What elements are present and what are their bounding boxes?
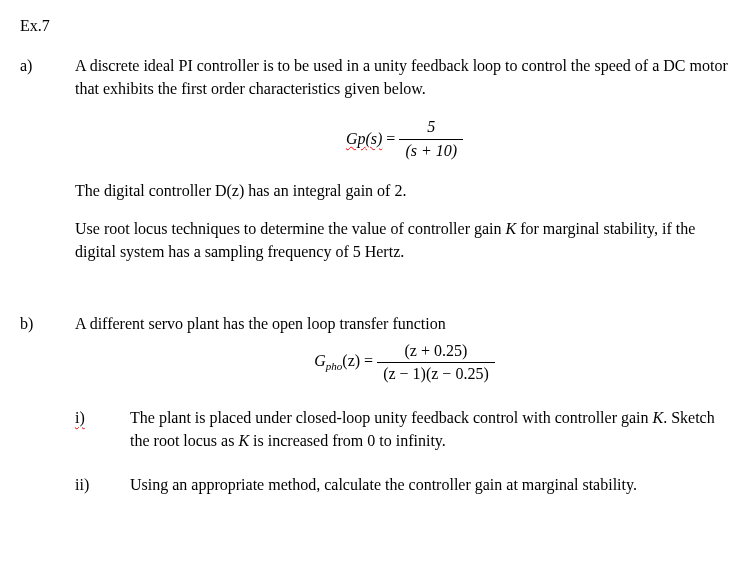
eq-sign: = <box>382 130 395 147</box>
eqb-G: G <box>314 352 326 369</box>
part-a-equation: Gp(s) = 5 (s + 10) <box>75 116 734 162</box>
eq-gp: Gp <box>346 130 366 147</box>
exercise-header: Ex.7 <box>20 15 734 37</box>
part-b-label: b) <box>20 313 75 518</box>
part-b-equation: Gpho(z) = (z + 0.25) (z − 1)(z − 0.25) <box>75 340 734 386</box>
part-a-line3: Use root locus techniques to determine t… <box>75 218 734 263</box>
part-a-content: A discrete ideal PI controller is to be … <box>75 55 734 303</box>
bi-pre: The plant is placed under closed-loop un… <box>130 409 653 426</box>
part-a-label: a) <box>20 55 75 303</box>
bi-K2: K <box>238 432 249 449</box>
part-b-intro: A different servo plant has the open loo… <box>75 313 734 335</box>
eq-s: (s) <box>365 130 382 147</box>
part-b-i: i) The plant is placed under closed-loop… <box>75 407 734 452</box>
part-b-i-text: The plant is placed under closed-loop un… <box>130 407 734 452</box>
part-a-line3-K: K <box>506 220 517 237</box>
part-b-i-label: i) <box>75 407 130 452</box>
bi-K1: K <box>653 409 664 426</box>
eqb-arg: (z) = <box>342 352 373 369</box>
part-a: a) A discrete ideal PI controller is to … <box>20 55 734 303</box>
eq-num: 5 <box>399 116 463 139</box>
eqb-num: (z + 0.25) <box>377 340 495 363</box>
eq-den: (s + 10) <box>399 140 463 162</box>
part-b: b) A different servo plant has the open … <box>20 313 734 518</box>
part-b-content: A different servo plant has the open loo… <box>75 313 734 518</box>
part-a-line3-pre: Use root locus techniques to determine t… <box>75 220 506 237</box>
bi-post: is increased from 0 to infinity. <box>249 432 446 449</box>
part-b-ii: ii) Using an appropriate method, calcula… <box>75 474 734 496</box>
part-b-ii-label: ii) <box>75 474 130 496</box>
eqb-sub: pho <box>326 360 343 372</box>
part-a-intro: A discrete ideal PI controller is to be … <box>75 55 734 100</box>
part-b-ii-text: Using an appropriate method, calculate t… <box>130 474 734 496</box>
eqb-den: (z − 1)(z − 0.25) <box>377 363 495 385</box>
part-a-line2: The digital controller D(z) has an integ… <box>75 180 734 202</box>
part-b-i-label-text: i) <box>75 409 85 426</box>
